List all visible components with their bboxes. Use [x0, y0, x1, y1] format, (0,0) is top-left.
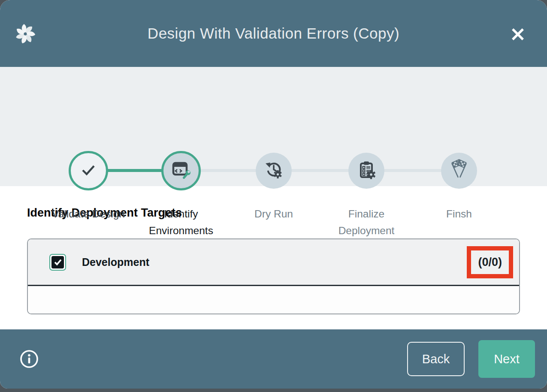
red-annotation-rectangle: (0/0)	[467, 246, 513, 278]
target-name: Development	[82, 256, 149, 268]
checkbox-check-icon	[51, 256, 64, 268]
step-validate-design[interactable]	[69, 151, 108, 190]
step-identify-environments[interactable]	[161, 151, 201, 190]
step-label-identify-environments: Identify Environments	[140, 205, 222, 239]
close-button[interactable]	[508, 25, 527, 44]
modal-footer: Back Next	[0, 329, 547, 389]
step-label-finalize-deployment: Finalize Deployment	[326, 205, 407, 239]
clipboard-gear-icon	[356, 160, 377, 182]
next-button[interactable]: Next	[478, 340, 535, 378]
step-label-dry-run: Dry Run	[233, 205, 314, 222]
back-button[interactable]: Back	[407, 342, 465, 376]
check-icon	[77, 159, 100, 183]
info-button[interactable]	[19, 349, 39, 369]
step-finish[interactable]	[441, 153, 477, 189]
target-count: (0/0)	[478, 256, 502, 268]
wizard-stepper: Validate Design Identify Environments	[0, 67, 547, 186]
checkered-flags-icon	[448, 159, 470, 182]
deployment-wizard-modal: Design With Validation Errors (Copy) Val…	[0, 0, 547, 389]
code-window-wrench-icon	[171, 160, 191, 182]
info-icon	[19, 364, 39, 371]
empty-list-row	[28, 286, 519, 314]
history-gear-icon	[263, 160, 284, 182]
stepper-connector-todo	[181, 169, 459, 172]
target-row-development: Development (0/0)	[28, 239, 519, 286]
development-checkbox[interactable]	[49, 254, 66, 271]
step-finalize-deployment[interactable]	[348, 153, 384, 189]
step-dry-run[interactable]	[256, 153, 292, 189]
modal-title: Design With Validation Errors (Copy)	[0, 25, 547, 42]
modal-header: Design With Validation Errors (Copy)	[0, 0, 547, 67]
close-icon	[508, 39, 527, 45]
step-label-validate-design: Validate Design	[48, 205, 129, 222]
deployment-targets-list: Development (0/0)	[27, 238, 520, 314]
step-label-finish: Finsh	[418, 205, 500, 222]
nifi-pinwheel-logo-icon	[14, 22, 37, 45]
